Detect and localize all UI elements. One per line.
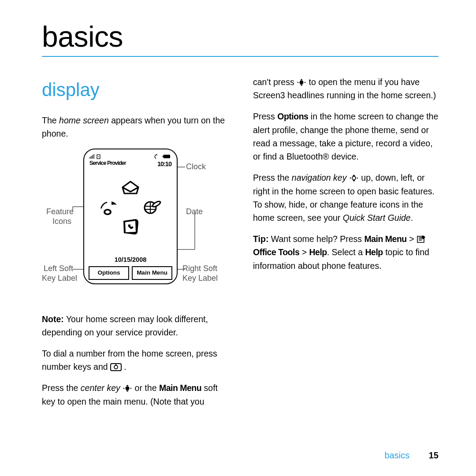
svg-point-13 <box>105 211 110 214</box>
label-lsoft2: Key Label <box>42 274 77 283</box>
phone-frame: Service Provider 10:10 <box>83 149 178 284</box>
date-value: 10/15/2008 <box>89 255 172 264</box>
svg-point-9 <box>156 154 157 155</box>
label-rsoft2: Key Label <box>182 274 218 283</box>
svg-point-21 <box>130 388 132 389</box>
divider <box>42 56 439 57</box>
home-screen-diagram: Service Provider 10:10 <box>42 149 227 303</box>
svg-point-20 <box>123 388 125 389</box>
feature-icons-cluster <box>89 171 172 240</box>
service-provider: Service Provider <box>89 159 126 169</box>
phonebook-icon <box>123 219 138 234</box>
svg-point-27 <box>357 178 358 179</box>
label-lsoft1: Left Soft <box>44 264 73 274</box>
note-text: Note: Your home screen may look differen… <box>42 312 227 339</box>
options-text: Press Options in the home screen to chan… <box>253 110 439 163</box>
signal-icon <box>89 154 103 159</box>
globe-icon <box>145 201 161 213</box>
svg-point-23 <box>298 82 299 83</box>
tip-text: Tip: Want some help? Press Main Menu > O… <box>253 232 439 272</box>
office-tools-icon <box>416 234 426 243</box>
label-feature2: Icons <box>52 217 71 227</box>
navigation-key-icon <box>349 174 359 182</box>
page-title: basics <box>42 20 439 53</box>
svg-point-19 <box>126 387 130 390</box>
footer-page-number: 15 <box>429 450 439 460</box>
left-softkey: Options <box>89 266 129 280</box>
section-title: display <box>42 75 227 104</box>
label-clock: Clock <box>186 162 206 172</box>
footer-section: basics <box>384 450 409 460</box>
alert-battery-icon <box>154 154 171 159</box>
label-feature1: Feature <box>46 207 74 217</box>
left-column: display The home screen appears when you… <box>42 75 227 408</box>
label-rsoft1: Right Soft <box>182 264 217 274</box>
cont-text: can't press to open the menu if you have… <box>253 75 439 102</box>
center-key-icon <box>297 78 306 86</box>
svg-point-24 <box>305 82 306 83</box>
svg-point-25 <box>352 176 356 180</box>
svg-rect-11 <box>163 156 164 157</box>
send-key-icon <box>110 363 122 371</box>
page-footer: basics 15 <box>384 450 439 461</box>
nav-text: Press the navigation key up, down, left,… <box>253 171 439 224</box>
label-date: Date <box>186 207 203 217</box>
envelope-icon <box>123 182 138 193</box>
music-icon <box>101 201 117 215</box>
intro-text: The home screen appears when you turn on… <box>42 114 227 140</box>
svg-rect-10 <box>164 155 170 158</box>
clock-value: 10:10 <box>157 159 171 169</box>
center-key-icon <box>123 384 132 392</box>
svg-point-26 <box>350 178 351 179</box>
right-softkey: Main Menu <box>132 266 172 280</box>
center-key-text: Press the center key or the Main Menu so… <box>42 381 227 408</box>
right-column: can't press to open the menu if you have… <box>253 75 439 408</box>
svg-point-15 <box>152 201 161 208</box>
dial-text: To dial a number from the home screen, p… <box>42 347 227 373</box>
svg-point-22 <box>300 81 304 85</box>
